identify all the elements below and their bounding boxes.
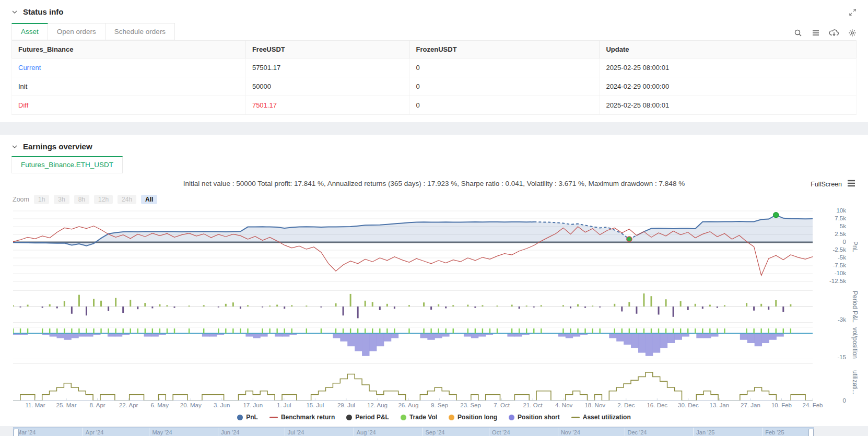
y-tick-label: -12.5k <box>829 278 846 284</box>
table-cell: 2025-02-25 08:00:01 <box>600 58 857 77</box>
x-tick-label: 15. Jul <box>306 402 324 408</box>
x-tick-label: 12. Aug <box>367 402 388 408</box>
y-tick-label: -5k <box>838 254 846 261</box>
datazoom-separator <box>693 428 694 436</box>
datazoom-slider[interactable]: Mar '24Apr '24May '24Jun '24Jul '24Aug '… <box>13 427 814 436</box>
zoom-option-8h[interactable]: 8h <box>74 195 89 204</box>
utilization-chart[interactable] <box>13 363 813 401</box>
legend-label: Trade Vol <box>409 414 437 421</box>
x-tick-label: 27. Jan <box>741 402 760 408</box>
datazoom-separator <box>762 428 763 436</box>
collapse-chevron-icon[interactable] <box>11 144 18 150</box>
x-tick-label: 23. Sep <box>460 402 481 408</box>
fullscreen-label[interactable]: FullScreen <box>811 181 842 188</box>
list-icon[interactable] <box>812 29 820 37</box>
x-tick-label: 7. Oct <box>494 402 510 408</box>
datazoom-month-label: Jan '25 <box>696 429 714 435</box>
y-axis-labels: 10k7.5k5k2.5k0-2.5k-5k-7.5k-10k-12.5k-3k… <box>814 208 846 401</box>
hamburger-menu-icon[interactable] <box>847 180 855 188</box>
legend-item-position-long[interactable]: Position long <box>449 414 497 421</box>
period-pnl-chart[interactable] <box>13 290 813 323</box>
status-tabs-row: AssetOpen ordersSchedule orders <box>11 23 857 40</box>
tab-futures-binance-eth-usdt[interactable]: Futures_Binance.ETH_USDT <box>11 156 123 173</box>
legend-label: PnL <box>246 414 258 421</box>
x-tick-label: 24. Feb <box>803 402 823 408</box>
x-tick-label: 10. Feb <box>771 402 792 408</box>
legend-item-asset-utilization[interactable]: Asset utilization <box>571 414 631 421</box>
x-tick-label: 3. Jun <box>214 402 230 408</box>
table-cell: Init <box>12 77 246 96</box>
search-icon[interactable] <box>794 29 802 37</box>
asset-table-header-row: Futures_BinanceFreeUSDTFrozenUSDTUpdate <box>12 41 857 58</box>
fullscreen-control[interactable]: FullScreen <box>811 180 855 188</box>
datazoom-month-label: Dec '24 <box>628 429 647 435</box>
x-tick-label: 13. Jan <box>710 402 730 408</box>
datazoom-separator <box>285 428 285 436</box>
y-tick-label: -3k <box>838 316 846 323</box>
datazoom-month-label: Nov '24 <box>561 429 580 435</box>
table-cell[interactable]: Current <box>12 58 246 77</box>
status-info-header: Status info <box>11 0 857 16</box>
cloud-download-icon[interactable] <box>829 29 839 37</box>
legend-swatch <box>237 415 243 420</box>
datazoom-handle-left[interactable] <box>14 429 19 436</box>
x-tick-label: 18. Nov <box>584 402 605 408</box>
collapse-chevron-icon[interactable] <box>11 9 18 15</box>
tab-schedule-orders[interactable]: Schedule orders <box>105 23 175 40</box>
pnl-chart[interactable] <box>13 208 813 286</box>
x-tick-label: 4. Nov <box>555 402 572 408</box>
x-tick-label: 1. Jul <box>277 402 291 408</box>
legend-item-position-short[interactable]: Position short <box>509 414 560 421</box>
expand-icon[interactable] <box>849 8 857 18</box>
zoom-option-1h[interactable]: 1h <box>34 195 49 204</box>
zoom-option-12h[interactable]: 12h <box>94 195 113 204</box>
panel-title: Status info <box>23 7 64 16</box>
datazoom-separator <box>83 428 83 436</box>
legend-swatch <box>269 417 278 418</box>
axis-title-period-pnl: Period P&L <box>851 290 859 323</box>
zoom-option-3h[interactable]: 3h <box>54 195 69 204</box>
legend-label: Period P&L <box>355 414 389 421</box>
strategy-stats: Initial net value : 50000 Total profit: … <box>0 180 868 187</box>
legend-item-trade-vol[interactable]: Trade Vol <box>401 414 437 421</box>
x-tick-label: 20. May <box>180 402 202 408</box>
datazoom-separator <box>218 428 218 436</box>
column-header: Futures_Binance <box>12 41 246 58</box>
y-tick-label: -2.5k <box>832 246 846 253</box>
chart-legend: PnLBenchmark returnPeriod P&LTrade VolPo… <box>0 414 868 421</box>
x-tick-label: 29. Jul <box>337 402 355 408</box>
datazoom-separator <box>489 428 489 436</box>
earnings-header: Earnings overview <box>0 135 868 151</box>
x-tick-label: 17. Jun <box>243 402 263 408</box>
x-tick-label: 2. Dec <box>617 402 635 408</box>
datazoom-month-label: Feb '25 <box>765 429 784 435</box>
legend-item-pnl[interactable]: PnL <box>237 414 258 421</box>
earnings-overview-panel: Earnings overview Futures_Binance.ETH_US… <box>0 135 868 426</box>
asset-table-body: Current57501.1702025-02-25 08:00:01Init5… <box>12 58 857 115</box>
tab-asset[interactable]: Asset <box>11 23 48 40</box>
datazoom-handle-right[interactable] <box>808 429 814 436</box>
legend-item-benchmark-return[interactable]: Benchmark return <box>269 414 335 421</box>
vol-position-chart[interactable] <box>13 327 813 359</box>
datazoom-separator <box>558 428 558 436</box>
y-tick-label: -7.5k <box>832 262 846 268</box>
x-tick-label: 26. Aug <box>398 402 418 408</box>
datazoom-month-label: Sep '24 <box>426 429 445 435</box>
status-info-panel: Status info AssetOpen ordersSchedule ord… <box>0 0 868 122</box>
column-header: Update <box>600 41 857 58</box>
legend-swatch <box>401 415 406 420</box>
y-tick-label: -15 <box>837 354 846 360</box>
legend-item-period-p-l[interactable]: Period P&L <box>346 414 389 421</box>
panel-gap <box>0 122 868 135</box>
column-header: FreeUSDT <box>245 41 409 58</box>
tab-open-orders[interactable]: Open orders <box>48 23 105 40</box>
x-tick-label: 16. Dec <box>647 402 667 408</box>
earnings-tabs: Futures_Binance.ETH_USDT <box>11 156 868 173</box>
table-toolbar <box>794 29 857 40</box>
axis-title-pnl: PnL <box>851 208 859 286</box>
zoom-option-all[interactable]: All <box>141 195 157 204</box>
legend-label: Position short <box>518 414 560 421</box>
zoom-option-24h[interactable]: 24h <box>118 195 136 204</box>
x-tick-label: 25. Mar <box>56 402 77 408</box>
gear-icon[interactable] <box>848 29 857 37</box>
